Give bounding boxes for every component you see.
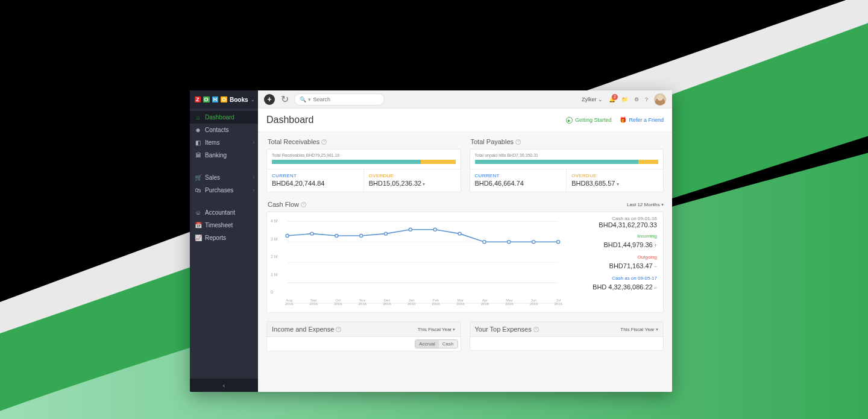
basis-toggle[interactable]: Accrual Cash: [415, 339, 458, 348]
svg-point-14: [508, 241, 511, 244]
svg-point-5: [286, 234, 289, 237]
help-icon[interactable]: ?: [645, 96, 648, 102]
receivables-bar: [272, 160, 456, 164]
cashflow-end-label: Cash as on 09-05-17: [571, 276, 657, 281]
notifications-badge: 2: [612, 94, 618, 100]
sidebar: ZOHO Books ⌄ ⌂ Dashboard ☻ Contacts ◧ It…: [190, 90, 258, 392]
label: OVERDUE: [369, 173, 456, 178]
quick-add-button[interactable]: +: [264, 94, 275, 105]
svg-point-12: [458, 232, 461, 235]
payables-title: Total Payables?: [470, 138, 664, 149]
cashflow-end-amount: BHD 4,32,36,086.22: [593, 283, 653, 291]
getting-started-link[interactable]: ▶ Getting Started: [566, 117, 612, 124]
brand-name: Books: [230, 96, 248, 103]
brand-logo[interactable]: ZOHO Books ⌄: [190, 90, 258, 109]
sidebar-item-timesheet[interactable]: 📅 Timesheet: [190, 219, 258, 232]
amount: BHD64,20,744.84: [272, 180, 359, 187]
gift-icon: 🎁: [620, 117, 626, 123]
sidebar-item-label: Banking: [205, 152, 227, 159]
receivables-current: CURRENT BHD64,20,744.84: [267, 169, 364, 192]
info-icon[interactable]: ?: [533, 327, 539, 332]
folder-icon[interactable]: 📁: [621, 96, 628, 102]
sidebar-item-label: Contacts: [205, 127, 228, 133]
payables-note: Total unpaid bills BHD7,30,350.31: [470, 150, 664, 160]
chevron-right-icon: ›: [253, 140, 254, 145]
chevron-down-icon: ⌄: [251, 97, 255, 102]
svg-point-7: [335, 234, 338, 237]
sidebar-item-accountant[interactable]: ☺ Accountant: [190, 206, 258, 219]
play-icon: ▶: [566, 117, 573, 124]
toggle-cash[interactable]: Cash: [439, 340, 458, 348]
label: CURRENT: [475, 173, 562, 178]
link-label: Refer a Friend: [629, 117, 664, 123]
cashflow-incoming-amount: BHD1,44,979.36: [603, 241, 652, 248]
payables-overdue[interactable]: OVERDUE BHD83,685.57: [567, 169, 663, 192]
cashflow-outgoing-amount: BHD71,163.47: [609, 262, 653, 269]
info-icon[interactable]: ?: [336, 327, 341, 332]
avatar[interactable]: [654, 93, 666, 106]
amount-dropdown: BHD83,685.57: [571, 180, 658, 187]
sidebar-collapse-button[interactable]: ‹: [190, 379, 258, 392]
payables-card: Total unpaid bills BHD7,30,350.31 CURREN…: [470, 149, 664, 192]
chevron-right-icon: ›: [253, 175, 254, 180]
page-title: Dashboard: [266, 115, 313, 125]
receivables-note: Total Receivables BHD79,25,981.16: [267, 150, 461, 160]
sidebar-item-label: Purchases: [205, 187, 233, 194]
top-expenses-range[interactable]: This Fiscal Year: [620, 327, 658, 332]
income-expense-body: Accrual Cash: [266, 336, 461, 351]
sidebar-item-label: Accountant: [205, 209, 235, 216]
top-expenses-header: Your Top Expenses ? This Fiscal Year: [470, 321, 664, 336]
svg-point-11: [433, 228, 436, 231]
cashflow-card: 01 M2 M3 M4 M Aug2016Sep2016Oct2016Nov20…: [266, 212, 664, 313]
info-icon[interactable]: ?: [321, 139, 327, 145]
payables-bar: [475, 160, 659, 164]
sidebar-item-reports[interactable]: 📈 Reports: [190, 232, 258, 244]
link-label: Getting Started: [575, 117, 612, 123]
sidebar-item-dashboard[interactable]: ⌂ Dashboard: [190, 111, 258, 124]
svg-point-16: [557, 241, 560, 244]
cashflow-title-row: Cash Flow ? Last 12 Months: [266, 201, 664, 212]
svg-point-15: [532, 241, 535, 244]
amount: BHD6,46,664.74: [475, 180, 562, 187]
app-window: ZOHO Books ⌄ ⌂ Dashboard ☻ Contacts ◧ It…: [190, 90, 672, 392]
cashflow-title: Cash Flow: [268, 201, 299, 208]
top-expenses-body: [470, 336, 664, 351]
receivables-overdue[interactable]: OVERDUE BHD15,05,236.32: [364, 169, 461, 192]
sidebar-item-items[interactable]: ◧ Items ›: [190, 136, 258, 149]
chevron-left-icon: ‹: [223, 382, 225, 389]
info-icon[interactable]: ?: [515, 139, 521, 145]
search-box[interactable]: 🔍 ▾: [294, 93, 385, 106]
svg-point-9: [385, 232, 388, 235]
cashflow-range-selector[interactable]: Last 12 Months: [627, 202, 664, 207]
cashflow-stats: Cash as on 09-01-16 BHD4,31,62,270.33 In…: [566, 216, 659, 306]
accountant-icon: ☺: [195, 209, 201, 216]
chevron-right-icon: ›: [253, 188, 254, 192]
toggle-accrual[interactable]: Accrual: [415, 340, 439, 348]
info-icon[interactable]: ?: [301, 202, 306, 207]
cashflow-chart: 01 M2 M3 M4 M Aug2016Sep2016Oct2016Nov20…: [271, 216, 562, 306]
sidebar-item-sales[interactable]: 🛒 Sales ›: [190, 171, 258, 184]
svg-point-6: [310, 232, 313, 235]
gear-icon[interactable]: ⚙: [634, 96, 639, 102]
label: OVERDUE: [571, 173, 658, 178]
search-input[interactable]: [313, 96, 374, 102]
top-expenses-title: Your Top Expenses: [475, 326, 532, 333]
search-icon: 🔍 ▾: [300, 96, 311, 102]
sidebar-item-contacts[interactable]: ☻ Contacts: [190, 124, 258, 136]
sidebar-item-banking[interactable]: 🏛 Banking: [190, 149, 258, 162]
user-icon: ☻: [195, 127, 201, 133]
notifications-button[interactable]: 🔔 2: [609, 96, 615, 102]
sidebar-item-purchases[interactable]: 🛍 Purchases ›: [190, 184, 258, 197]
org-switcher[interactable]: Zylker ⌄: [582, 96, 603, 102]
refer-friend-link[interactable]: 🎁 Refer a Friend: [620, 117, 664, 124]
cashflow-begin-label: Cash as on 09-01-16: [571, 216, 657, 221]
reports-icon: 📈: [195, 235, 201, 241]
income-expense-range[interactable]: This Fiscal Year: [418, 327, 456, 332]
bag-icon: 🛍: [195, 187, 201, 194]
payables-current: CURRENT BHD6,46,664.74: [470, 169, 567, 192]
amount-dropdown: BHD15,05,236.32: [369, 180, 456, 187]
history-icon[interactable]: ↻: [280, 95, 289, 104]
cart-icon: 🛒: [195, 174, 201, 181]
receivables-title: Total Receivables?: [266, 138, 461, 149]
dashboard-content: Total Receivables? Total Receivables BHD…: [258, 132, 672, 358]
